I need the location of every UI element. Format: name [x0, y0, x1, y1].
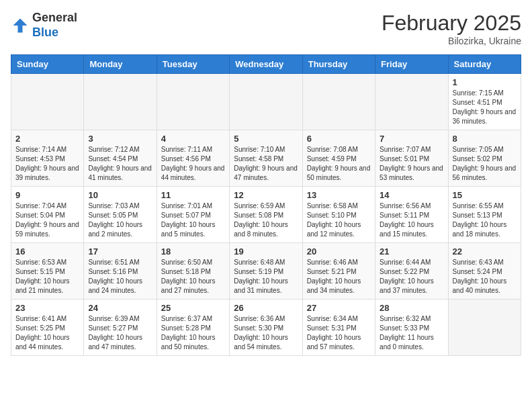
calendar-cell: 13Sunrise: 6:58 AM Sunset: 5:10 PM Dayli… — [302, 187, 375, 243]
calendar-cell: 25Sunrise: 6:37 AM Sunset: 5:28 PM Dayli… — [157, 300, 229, 356]
logo: General Blue — [11, 11, 77, 40]
day-info: Sunrise: 6:50 AM Sunset: 5:18 PM Dayligh… — [161, 258, 225, 295]
day-info: Sunrise: 6:34 AM Sunset: 5:31 PM Dayligh… — [307, 314, 371, 352]
day-number: 13 — [307, 190, 371, 200]
calendar-cell: 21Sunrise: 6:44 AM Sunset: 5:22 PM Dayli… — [375, 243, 448, 300]
day-number: 9 — [15, 190, 79, 200]
title-block: February 2025 Bilozirka, Ukraine — [382, 11, 521, 46]
day-info: Sunrise: 6:46 AM Sunset: 5:21 PM Dayligh… — [307, 258, 371, 295]
logo-general: General — [32, 11, 77, 24]
calendar-cell: 19Sunrise: 6:48 AM Sunset: 5:19 PM Dayli… — [230, 243, 302, 300]
day-info: Sunrise: 7:11 AM Sunset: 4:56 PM Dayligh… — [161, 145, 225, 183]
day-info: Sunrise: 6:55 AM Sunset: 5:13 PM Dayligh… — [453, 201, 517, 239]
calendar-cell: 7Sunrise: 7:07 AM Sunset: 5:01 PM Daylig… — [375, 130, 448, 187]
calendar-cell: 24Sunrise: 6:39 AM Sunset: 5:27 PM Dayli… — [84, 300, 157, 356]
calendar-cell: 2Sunrise: 7:14 AM Sunset: 4:53 PM Daylig… — [11, 130, 84, 187]
day-info: Sunrise: 7:12 AM Sunset: 4:54 PM Dayligh… — [88, 145, 152, 183]
day-number: 21 — [380, 246, 443, 257]
calendar-cell: 20Sunrise: 6:46 AM Sunset: 5:21 PM Dayli… — [302, 243, 375, 300]
day-info: Sunrise: 6:32 AM Sunset: 5:33 PM Dayligh… — [380, 314, 443, 352]
weekday-header-row: SundayMondayTuesdayWednesdayThursdayFrid… — [11, 55, 521, 74]
svg-marker-0 — [13, 18, 28, 32]
calendar-cell — [375, 74, 448, 130]
day-info: Sunrise: 7:15 AM Sunset: 4:51 PM Dayligh… — [453, 89, 517, 126]
day-number: 5 — [234, 134, 298, 144]
calendar-cell — [230, 74, 302, 130]
day-info: Sunrise: 6:41 AM Sunset: 5:25 PM Dayligh… — [15, 314, 79, 352]
day-info: Sunrise: 6:56 AM Sunset: 5:11 PM Dayligh… — [380, 201, 443, 239]
weekday-header-friday: Friday — [375, 55, 448, 74]
calendar-cell: 10Sunrise: 7:03 AM Sunset: 5:05 PM Dayli… — [84, 187, 157, 243]
calendar-cell: 22Sunrise: 6:43 AM Sunset: 5:24 PM Dayli… — [448, 243, 521, 300]
day-info: Sunrise: 7:04 AM Sunset: 5:04 PM Dayligh… — [15, 201, 79, 239]
day-info: Sunrise: 7:07 AM Sunset: 5:01 PM Dayligh… — [380, 145, 443, 183]
calendar-cell: 1Sunrise: 7:15 AM Sunset: 4:51 PM Daylig… — [448, 74, 521, 130]
day-info: Sunrise: 7:08 AM Sunset: 4:59 PM Dayligh… — [307, 145, 371, 183]
day-info: Sunrise: 6:37 AM Sunset: 5:28 PM Dayligh… — [161, 314, 225, 352]
weekday-header-thursday: Thursday — [302, 55, 375, 74]
calendar-cell: 17Sunrise: 6:51 AM Sunset: 5:16 PM Dayli… — [84, 243, 157, 300]
day-number: 7 — [380, 134, 443, 144]
day-number: 14 — [380, 190, 443, 200]
calendar-cell — [84, 74, 157, 130]
day-number: 19 — [234, 246, 298, 257]
day-number: 4 — [161, 134, 225, 144]
day-info: Sunrise: 6:53 AM Sunset: 5:15 PM Dayligh… — [15, 258, 79, 295]
day-number: 12 — [234, 190, 298, 200]
location-subtitle: Bilozirka, Ukraine — [382, 36, 521, 46]
day-info: Sunrise: 6:48 AM Sunset: 5:19 PM Dayligh… — [234, 258, 298, 295]
day-number: 23 — [15, 303, 79, 313]
calendar-cell: 11Sunrise: 7:01 AM Sunset: 5:07 PM Dayli… — [157, 187, 229, 243]
calendar-week-row: 2Sunrise: 7:14 AM Sunset: 4:53 PM Daylig… — [11, 130, 521, 187]
calendar-cell: 8Sunrise: 7:05 AM Sunset: 5:02 PM Daylig… — [448, 130, 521, 187]
day-info: Sunrise: 6:58 AM Sunset: 5:10 PM Dayligh… — [307, 201, 371, 239]
calendar-cell: 6Sunrise: 7:08 AM Sunset: 4:59 PM Daylig… — [302, 130, 375, 187]
weekday-header-tuesday: Tuesday — [157, 55, 229, 74]
day-number: 2 — [15, 134, 79, 144]
calendar-cell: 5Sunrise: 7:10 AM Sunset: 4:58 PM Daylig… — [230, 130, 302, 187]
day-number: 8 — [453, 134, 517, 144]
day-number: 20 — [307, 246, 371, 257]
day-number: 28 — [380, 303, 443, 313]
calendar-table: SundayMondayTuesdayWednesdayThursdayFrid… — [11, 54, 521, 356]
day-number: 24 — [88, 303, 152, 313]
calendar-cell: 16Sunrise: 6:53 AM Sunset: 5:15 PM Dayli… — [11, 243, 84, 300]
day-info: Sunrise: 6:36 AM Sunset: 5:30 PM Dayligh… — [234, 314, 298, 352]
day-number: 17 — [88, 246, 152, 257]
day-info: Sunrise: 6:44 AM Sunset: 5:22 PM Dayligh… — [380, 258, 443, 295]
calendar-cell: 4Sunrise: 7:11 AM Sunset: 4:56 PM Daylig… — [157, 130, 229, 187]
day-number: 27 — [307, 303, 371, 313]
calendar-week-row: 16Sunrise: 6:53 AM Sunset: 5:15 PM Dayli… — [11, 243, 521, 300]
calendar-cell: 26Sunrise: 6:36 AM Sunset: 5:30 PM Dayli… — [230, 300, 302, 356]
calendar-cell: 18Sunrise: 6:50 AM Sunset: 5:18 PM Dayli… — [157, 243, 229, 300]
day-number: 22 — [453, 246, 517, 257]
day-number: 16 — [15, 246, 79, 257]
month-title: February 2025 — [382, 11, 521, 36]
calendar-week-row: 23Sunrise: 6:41 AM Sunset: 5:25 PM Dayli… — [11, 300, 521, 356]
day-number: 3 — [88, 134, 152, 144]
weekday-header-monday: Monday — [84, 55, 157, 74]
calendar-cell: 27Sunrise: 6:34 AM Sunset: 5:31 PM Dayli… — [302, 300, 375, 356]
calendar-cell: 23Sunrise: 6:41 AM Sunset: 5:25 PM Dayli… — [11, 300, 84, 356]
logo-text: General Blue — [32, 11, 77, 40]
day-number: 25 — [161, 303, 225, 313]
day-info: Sunrise: 7:14 AM Sunset: 4:53 PM Dayligh… — [15, 145, 79, 183]
day-number: 18 — [161, 246, 225, 257]
day-number: 15 — [453, 190, 517, 200]
calendar-cell: 28Sunrise: 6:32 AM Sunset: 5:33 PM Dayli… — [375, 300, 448, 356]
day-info: Sunrise: 7:10 AM Sunset: 4:58 PM Dayligh… — [234, 145, 298, 183]
calendar-cell: 15Sunrise: 6:55 AM Sunset: 5:13 PM Dayli… — [448, 187, 521, 243]
weekday-header-saturday: Saturday — [448, 55, 521, 74]
day-info: Sunrise: 6:51 AM Sunset: 5:16 PM Dayligh… — [88, 258, 152, 295]
calendar-cell: 14Sunrise: 6:56 AM Sunset: 5:11 PM Dayli… — [375, 187, 448, 243]
calendar-cell — [157, 74, 229, 130]
day-info: Sunrise: 7:03 AM Sunset: 5:05 PM Dayligh… — [88, 201, 152, 239]
calendar-cell: 12Sunrise: 6:59 AM Sunset: 5:08 PM Dayli… — [230, 187, 302, 243]
day-info: Sunrise: 6:39 AM Sunset: 5:27 PM Dayligh… — [88, 314, 152, 352]
day-number: 11 — [161, 190, 225, 200]
page-header: General Blue February 2025 Bilozirka, Uk… — [11, 11, 521, 46]
calendar-week-row: 1Sunrise: 7:15 AM Sunset: 4:51 PM Daylig… — [11, 74, 521, 130]
calendar-week-row: 9Sunrise: 7:04 AM Sunset: 5:04 PM Daylig… — [11, 187, 521, 243]
calendar-cell: 9Sunrise: 7:04 AM Sunset: 5:04 PM Daylig… — [11, 187, 84, 243]
day-info: Sunrise: 7:05 AM Sunset: 5:02 PM Dayligh… — [453, 145, 517, 183]
